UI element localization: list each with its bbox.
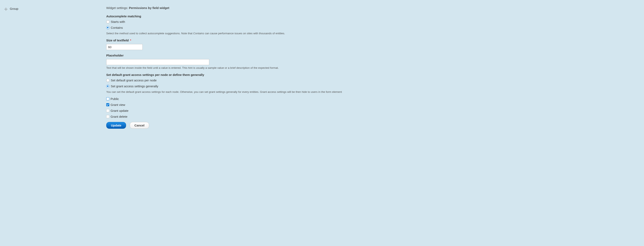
- checkbox-input-public[interactable]: [106, 97, 109, 100]
- radio-input-generally[interactable]: [106, 85, 110, 88]
- checkbox-option-grant-view[interactable]: Grant view: [106, 103, 638, 107]
- radio-label-per-node[interactable]: Set default grant access per node: [111, 79, 156, 82]
- checkbox-input-grant-view[interactable]: [106, 103, 109, 106]
- placeholder-help-text: Text that will be shown inside the field…: [106, 66, 638, 69]
- grant-checkboxes: Public Grant view Grant update Grant del…: [106, 97, 638, 118]
- placeholder-field: Placeholder Text that will be shown insi…: [106, 54, 638, 69]
- grant-mode-field: Set default grant access settings per no…: [106, 73, 638, 93]
- size-input[interactable]: [106, 44, 142, 50]
- checkbox-option-grant-delete[interactable]: Grant delete: [106, 115, 638, 118]
- checkbox-option-public[interactable]: Public: [106, 97, 638, 101]
- field-row-header: Group: [4, 6, 106, 129]
- autocomplete-matching-label: Autocomplete matching: [106, 14, 638, 18]
- cancel-button[interactable]: Cancel: [130, 122, 149, 129]
- radio-input-contains[interactable]: [106, 26, 110, 29]
- size-of-textfield-field: Size of textfield *: [106, 39, 638, 50]
- radio-option-contains[interactable]: Contains: [106, 26, 638, 29]
- checkbox-label-grant-view[interactable]: Grant view: [110, 103, 125, 107]
- widget-settings-name: Permissions by field widget: [129, 6, 170, 9]
- grant-mode-label: Set default grant access settings per no…: [106, 73, 638, 77]
- checkbox-option-grant-update[interactable]: Grant update: [106, 109, 638, 112]
- drag-handle-icon[interactable]: [4, 7, 8, 11]
- radio-label-generally[interactable]: Set grant access settings generally: [111, 84, 158, 88]
- radio-label-contains[interactable]: Contains: [111, 26, 123, 29]
- field-name-label: Group: [10, 7, 18, 10]
- checkbox-input-grant-delete[interactable]: [106, 115, 109, 118]
- autocomplete-matching-field: Autocomplete matching Starts with Contai…: [106, 14, 638, 35]
- widget-settings-heading: Widget settings: Permissions by field wi…: [106, 6, 638, 9]
- size-label-text: Size of textfield: [106, 39, 129, 42]
- settings-form: Group Widget settings: Permissions by fi…: [0, 0, 644, 135]
- radio-label-starts-with[interactable]: Starts with: [111, 20, 125, 23]
- placeholder-label: Placeholder: [106, 54, 638, 57]
- radio-input-per-node[interactable]: [106, 79, 110, 82]
- required-indicator: *: [129, 39, 131, 42]
- radio-option-generally[interactable]: Set grant access settings generally: [106, 84, 638, 88]
- widget-settings-prefix: Widget settings:: [106, 6, 129, 9]
- checkbox-label-public[interactable]: Public: [110, 97, 119, 101]
- grant-mode-help-text: You can set the default grant access set…: [106, 90, 638, 93]
- autocomplete-help-after: can cause performance issues on sites wi…: [204, 32, 285, 35]
- radio-input-starts-with[interactable]: [106, 20, 110, 23]
- autocomplete-help-before: Select the method used to collect autoco…: [106, 32, 193, 35]
- size-label: Size of textfield *: [106, 39, 638, 42]
- radio-option-starts-with[interactable]: Starts with: [106, 20, 638, 23]
- update-button[interactable]: Update: [106, 122, 126, 129]
- placeholder-input[interactable]: [106, 59, 209, 65]
- radio-option-per-node[interactable]: Set default grant access per node: [106, 79, 638, 82]
- form-actions: Update Cancel: [106, 122, 638, 129]
- widget-settings-panel: Widget settings: Permissions by field wi…: [106, 6, 638, 129]
- autocomplete-help-em: Contains: [193, 32, 204, 35]
- checkbox-label-grant-delete[interactable]: Grant delete: [110, 115, 128, 118]
- checkbox-input-grant-update[interactable]: [106, 109, 109, 112]
- autocomplete-help-text: Select the method used to collect autoco…: [106, 32, 638, 35]
- checkbox-label-grant-update[interactable]: Grant update: [110, 109, 128, 112]
